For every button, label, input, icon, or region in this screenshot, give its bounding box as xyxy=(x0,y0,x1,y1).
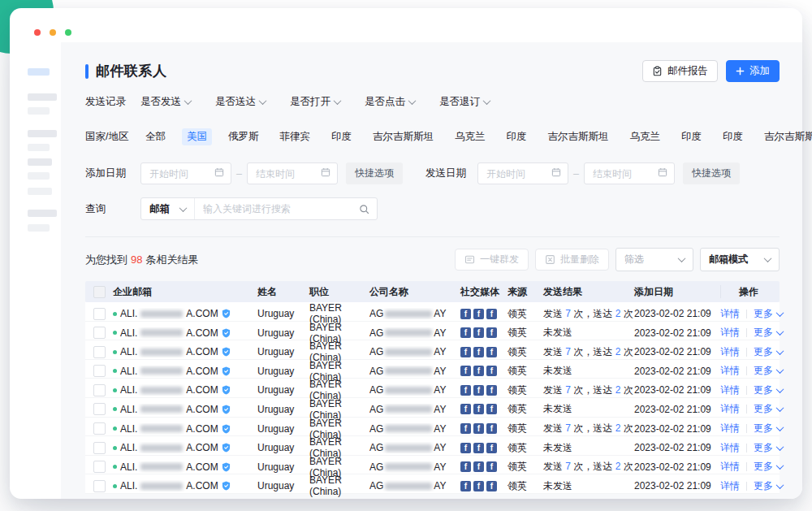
detail-link[interactable]: 详情 xyxy=(720,364,740,378)
row-checkbox[interactable] xyxy=(93,422,106,435)
shield-icon[interactable] xyxy=(222,366,231,376)
country-tag[interactable]: 吉尔吉斯斯坦 xyxy=(759,128,812,145)
facebook-icon[interactable]: f xyxy=(460,443,471,453)
filter-select[interactable]: 筛选 xyxy=(615,248,693,271)
more-link[interactable]: 更多 xyxy=(754,383,783,397)
shield-icon[interactable] xyxy=(222,424,231,434)
shield-icon[interactable] xyxy=(222,347,231,357)
country-tag[interactable]: 乌克兰 xyxy=(625,128,666,145)
row-checkbox[interactable] xyxy=(93,327,106,339)
facebook-icon[interactable]: f xyxy=(486,366,497,376)
detail-link[interactable]: 详情 xyxy=(720,307,740,321)
detail-link[interactable]: 详情 xyxy=(720,383,740,397)
search-icon[interactable] xyxy=(359,204,369,214)
facebook-icon[interactable]: f xyxy=(460,347,471,357)
facebook-icon[interactable]: f xyxy=(473,481,484,492)
window-maximize-dot[interactable] xyxy=(65,29,71,36)
add-date-end-field[interactable] xyxy=(254,167,317,180)
shield-icon[interactable] xyxy=(222,309,231,318)
facebook-icon[interactable]: f xyxy=(473,461,484,472)
more-link[interactable]: 更多 xyxy=(754,345,783,359)
facebook-icon[interactable]: f xyxy=(473,443,484,453)
send-filter-dropdown[interactable]: 是否发送 xyxy=(140,95,191,109)
send-date-start-input[interactable] xyxy=(477,162,568,184)
shield-icon[interactable] xyxy=(222,328,231,338)
send-date-quick-options-button[interactable]: 快捷选项 xyxy=(683,162,740,184)
facebook-icon[interactable]: f xyxy=(486,327,497,338)
detail-link[interactable]: 详情 xyxy=(720,345,740,359)
facebook-icon[interactable]: f xyxy=(486,347,497,357)
bulk-send-button[interactable]: 一键群发 xyxy=(455,249,529,271)
country-tag[interactable]: 印度 xyxy=(502,128,532,145)
country-tag[interactable]: 菲律宾 xyxy=(275,128,316,145)
detail-link[interactable]: 详情 xyxy=(720,441,740,455)
facebook-icon[interactable]: f xyxy=(460,481,471,492)
shield-icon[interactable] xyxy=(222,443,231,453)
shield-icon[interactable] xyxy=(222,462,231,472)
bulk-delete-button[interactable]: 批量删除 xyxy=(535,249,609,271)
detail-link[interactable]: 详情 xyxy=(720,326,740,340)
facebook-icon[interactable]: f xyxy=(460,309,471,319)
country-tag[interactable]: 印度 xyxy=(676,128,706,145)
send-date-start-field[interactable] xyxy=(485,167,548,180)
facebook-icon[interactable]: f xyxy=(460,385,471,396)
more-link[interactable]: 更多 xyxy=(754,441,783,455)
country-tag[interactable]: 吉尔吉斯斯坦 xyxy=(543,128,614,145)
row-checkbox[interactable] xyxy=(93,403,106,415)
more-link[interactable]: 更多 xyxy=(754,307,783,321)
shield-icon[interactable] xyxy=(222,405,231,414)
more-link[interactable]: 更多 xyxy=(754,364,783,378)
country-tag[interactable]: 乌克兰 xyxy=(450,128,490,145)
facebook-icon[interactable]: f xyxy=(473,366,484,376)
facebook-icon[interactable]: f xyxy=(473,404,484,414)
facebook-icon[interactable]: f xyxy=(486,309,497,319)
row-checkbox[interactable] xyxy=(93,480,106,492)
more-link[interactable]: 更多 xyxy=(754,402,783,416)
detail-link[interactable]: 详情 xyxy=(720,422,740,435)
send-filter-dropdown[interactable]: 是否退订 xyxy=(439,95,490,109)
country-tag[interactable]: 印度 xyxy=(326,128,356,145)
search-input[interactable] xyxy=(195,203,359,214)
country-tag[interactable]: 俄罗斯 xyxy=(223,128,264,145)
row-checkbox[interactable] xyxy=(93,442,106,454)
select-all-checkbox[interactable] xyxy=(93,286,106,298)
country-tag[interactable]: 印度 xyxy=(718,128,748,145)
add-date-start-input[interactable] xyxy=(140,162,231,184)
mail-report-button[interactable]: 邮件报告 xyxy=(642,60,718,82)
row-checkbox[interactable] xyxy=(93,461,106,473)
more-link[interactable]: 更多 xyxy=(754,326,783,340)
detail-link[interactable]: 详情 xyxy=(720,460,740,474)
facebook-icon[interactable]: f xyxy=(460,366,471,376)
facebook-icon[interactable]: f xyxy=(473,309,484,319)
facebook-icon[interactable]: f xyxy=(473,327,484,338)
row-checkbox[interactable] xyxy=(93,308,106,320)
facebook-icon[interactable]: f xyxy=(486,385,497,396)
facebook-icon[interactable]: f xyxy=(486,481,497,492)
send-filter-dropdown[interactable]: 是否点击 xyxy=(365,95,415,109)
row-checkbox[interactable] xyxy=(93,365,106,377)
shield-icon[interactable] xyxy=(222,481,231,491)
country-tag[interactable]: 吉尔吉斯斯坦 xyxy=(368,128,438,145)
facebook-icon[interactable]: f xyxy=(486,404,497,414)
send-filter-dropdown[interactable]: 是否打开 xyxy=(290,95,340,109)
facebook-icon[interactable]: f xyxy=(460,327,471,338)
more-link[interactable]: 更多 xyxy=(754,479,783,493)
mode-select[interactable]: 邮箱模式 xyxy=(700,248,780,271)
add-date-end-input[interactable] xyxy=(247,162,338,184)
facebook-icon[interactable]: f xyxy=(486,461,497,472)
add-date-start-field[interactable] xyxy=(148,167,211,180)
facebook-icon[interactable]: f xyxy=(486,423,497,434)
facebook-icon[interactable]: f xyxy=(486,443,497,453)
query-type-select[interactable]: 邮箱 xyxy=(141,198,195,219)
facebook-icon[interactable]: f xyxy=(473,385,484,396)
window-close-dot[interactable] xyxy=(34,29,41,36)
send-date-end-input[interactable] xyxy=(584,162,675,184)
facebook-icon[interactable]: f xyxy=(460,404,471,414)
shield-icon[interactable] xyxy=(222,385,231,395)
add-button[interactable]: 添加 xyxy=(726,60,780,82)
window-minimize-dot[interactable] xyxy=(50,29,56,36)
detail-link[interactable]: 详情 xyxy=(720,402,740,416)
more-link[interactable]: 更多 xyxy=(754,460,783,474)
facebook-icon[interactable]: f xyxy=(473,347,484,357)
add-date-quick-options-button[interactable]: 快捷选项 xyxy=(346,162,403,184)
